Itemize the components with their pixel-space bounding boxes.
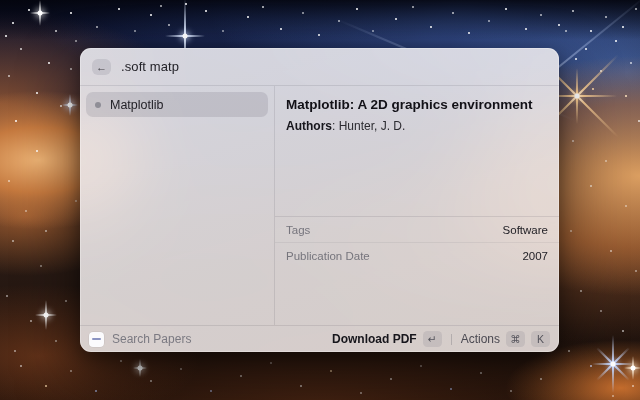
k-key-icon: K bbox=[531, 331, 550, 347]
paper-title: Matplotlib: A 2D graphics environment bbox=[286, 95, 548, 114]
actions-label: Actions bbox=[461, 332, 500, 346]
search-papers-window: ← .soft matp Matplotlib Matplotlib: A 2D… bbox=[80, 48, 559, 352]
command-key-icon: ⌘ bbox=[506, 331, 525, 347]
metadata-label: Tags bbox=[286, 224, 310, 236]
metadata-row-tags: Tags Software bbox=[275, 217, 559, 242]
metadata-value: 2007 bbox=[522, 250, 548, 262]
list-item-label: Matplotlib bbox=[110, 98, 164, 112]
paper-authors: Authors: Hunter, J. D. bbox=[286, 118, 548, 135]
authors-value: : Hunter, J. D. bbox=[332, 119, 405, 133]
metadata-row-publication-date: Publication Date 2007 bbox=[275, 242, 559, 268]
metadata-label: Publication Date bbox=[286, 250, 370, 262]
bullet-dot-icon bbox=[95, 102, 101, 108]
back-arrow-icon: ← bbox=[96, 61, 107, 73]
detail-pane: Matplotlib: A 2D graphics environment Au… bbox=[275, 86, 559, 325]
authors-label: Authors bbox=[286, 119, 332, 133]
list-item-matplotlib[interactable]: Matplotlib bbox=[86, 92, 268, 117]
search-header: ← .soft matp bbox=[80, 48, 559, 86]
starfield-layer-2 bbox=[0, 0, 2, 2]
footer-divider bbox=[451, 334, 452, 345]
search-input[interactable]: .soft matp bbox=[121, 59, 179, 74]
extension-icon bbox=[89, 332, 104, 347]
actions-button[interactable]: Actions ⌘ K bbox=[461, 331, 550, 347]
download-pdf-label: Download PDF bbox=[332, 332, 417, 346]
back-button[interactable]: ← bbox=[92, 59, 111, 75]
extension-name: Search Papers bbox=[112, 332, 324, 346]
results-list: Matplotlib bbox=[80, 86, 275, 325]
action-bar: Search Papers Download PDF ↵ Actions ⌘ K bbox=[80, 325, 559, 352]
download-pdf-button[interactable]: Download PDF ↵ bbox=[332, 331, 442, 347]
metadata-value: Software bbox=[503, 224, 548, 236]
metadata-section: Tags Software Publication Date 2007 bbox=[275, 216, 559, 268]
return-key-icon: ↵ bbox=[423, 331, 442, 347]
